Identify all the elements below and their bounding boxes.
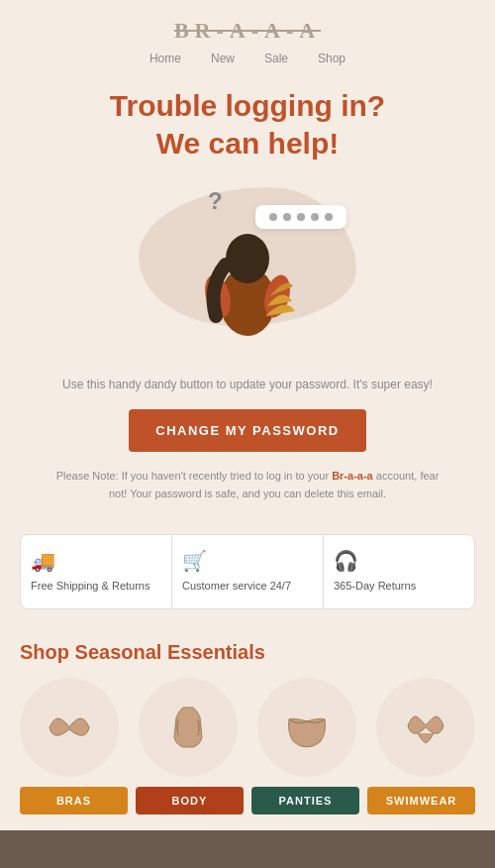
body-section: Use this handy dandy button to update yo…	[0, 366, 495, 518]
nav-sale[interactable]: Sale	[264, 52, 288, 65]
svg-point-3	[226, 234, 269, 283]
dot-3	[297, 213, 305, 221]
dot-5	[325, 213, 333, 221]
dot-4	[311, 213, 319, 221]
cta-button[interactable]: CHANGE MY PASSWORD	[129, 409, 366, 452]
bras-label[interactable]: BRAS	[20, 787, 128, 814]
hero-illustration: ?	[129, 177, 366, 336]
feature-shipping-label: Free Shipping & Returns	[31, 579, 161, 594]
body-label[interactable]: BODY	[136, 787, 244, 814]
nav-shop[interactable]: Shop	[318, 52, 346, 65]
intro-text: Use this handy dandy button to update yo…	[40, 376, 455, 393]
shipping-icon: 🚚	[31, 549, 161, 573]
footer-section: About us News Career The shops f 𝕏 ▶ You…	[0, 830, 495, 868]
wave-divider	[0, 830, 495, 868]
product-circle-body	[139, 678, 238, 777]
feature-returns: 🎧 365-Day Returns	[324, 535, 474, 607]
body-icon	[158, 698, 218, 757]
feature-shipping: 🚚 Free Shipping & Returns	[21, 535, 172, 607]
note-text: Please Note: If you haven't recently tri…	[40, 468, 455, 502]
product-circle-bras	[20, 678, 119, 777]
service-icon: 🛒	[182, 549, 313, 573]
product-labels: BRAS BODY PANTIES SWIMWEAR	[20, 787, 475, 814]
nav: Home New Sale Shop	[10, 44, 485, 69]
feature-service-label: Customer service 24/7	[182, 579, 313, 594]
feature-service: 🛒 Customer service 24/7	[172, 535, 324, 607]
product-circle-panties	[257, 678, 356, 777]
panties-label[interactable]: PANTIES	[251, 787, 359, 814]
logo: BR-A-A-A	[10, 18, 485, 44]
email-container: BR-A-A-A Home New Sale Shop Trouble logg…	[0, 0, 495, 868]
seasonal-section: Shop Seasonal Essentials	[0, 625, 495, 830]
person-figure	[198, 207, 297, 336]
seasonal-title: Shop Seasonal Essentials	[20, 641, 475, 664]
person-svg	[198, 207, 297, 336]
hero-title: Trouble logging in? We can help!	[40, 87, 455, 162]
nav-new[interactable]: New	[211, 52, 235, 65]
hero-section: Trouble logging in? We can help! ?	[0, 77, 495, 366]
bra-icon	[40, 698, 99, 757]
features-section: 🚚 Free Shipping & Returns 🛒 Customer ser…	[20, 534, 475, 608]
header: BR-A-A-A Home New Sale Shop	[0, 0, 495, 77]
panties-icon	[277, 698, 337, 757]
product-circle-swimwear	[376, 678, 475, 777]
feature-returns-label: 365-Day Returns	[334, 579, 464, 594]
product-circles	[20, 678, 475, 777]
returns-icon: 🎧	[334, 549, 464, 573]
nav-home[interactable]: Home	[149, 52, 181, 65]
swimwear-label[interactable]: SWIMWEAR	[367, 787, 475, 814]
swimwear-icon	[396, 698, 455, 757]
